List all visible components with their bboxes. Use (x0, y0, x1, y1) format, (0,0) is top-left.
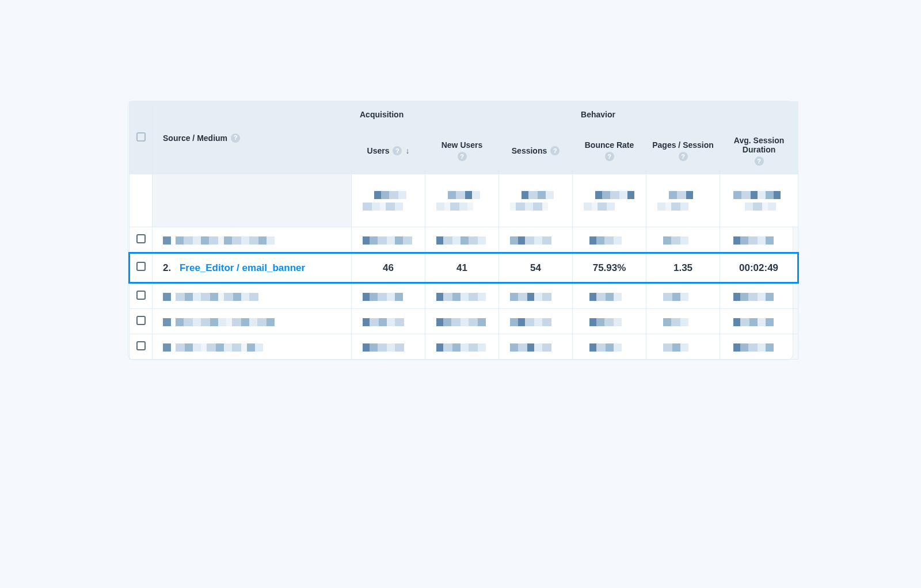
group-acquisition: Acquisition (352, 102, 573, 128)
col-sessions-label: Sessions (512, 146, 547, 155)
col-source-medium[interactable]: Source / Medium ? (153, 102, 352, 174)
redacted-value (573, 309, 646, 334)
help-icon[interactable]: ? (231, 133, 240, 143)
redacted-value (499, 309, 573, 334)
redacted-value (646, 283, 720, 309)
help-icon[interactable]: ? (679, 152, 688, 161)
redacted-value (720, 174, 798, 227)
redacted-value (425, 227, 499, 253)
table-row (130, 227, 798, 253)
redacted-value (352, 309, 425, 334)
row-checkbox[interactable] (136, 341, 146, 350)
row-checkbox[interactable] (136, 316, 146, 325)
col-source-medium-label: Source / Medium (163, 133, 227, 143)
redacted-source (153, 283, 352, 309)
sort-desc-icon: ↓ (405, 146, 409, 155)
row-checkbox[interactable] (136, 234, 146, 243)
redacted-value (425, 309, 499, 334)
redacted-value (425, 174, 499, 227)
table-row-highlighted: 2. Free_Editor / email_banner 46 41 54 7… (130, 253, 798, 283)
help-icon[interactable]: ? (605, 152, 614, 161)
col-avg-session-duration[interactable]: Avg. Session Duration ? (720, 128, 798, 174)
redacted-value (573, 334, 646, 360)
select-all-checkbox[interactable] (136, 132, 146, 142)
redacted-source (153, 334, 352, 360)
header-checkbox-cell (130, 102, 153, 174)
cell-sessions: 54 (499, 253, 573, 283)
redacted-source (153, 227, 352, 253)
redacted-value (352, 283, 425, 309)
table-row (130, 309, 798, 334)
analytics-table: Source / Medium ? Acquisition Behavior U… (128, 101, 793, 360)
col-users[interactable]: Users ? ↓ (352, 128, 425, 174)
table-row (130, 283, 798, 309)
row-checkbox[interactable] (136, 291, 146, 300)
redacted-value (720, 309, 798, 334)
col-bounce-rate[interactable]: Bounce Rate ? (573, 128, 646, 174)
redacted-value (425, 334, 499, 360)
redacted-value (352, 227, 425, 253)
cell-new-users: 41 (425, 253, 499, 283)
redacted-value (646, 309, 720, 334)
help-icon[interactable]: ? (393, 146, 402, 155)
redacted-value (720, 283, 798, 309)
col-pages-session[interactable]: Pages / Session ? (646, 128, 720, 174)
col-users-label: Users (367, 146, 390, 155)
summary-row (130, 174, 798, 227)
col-sessions[interactable]: Sessions ? (499, 128, 573, 174)
col-new-users-label: New Users (442, 140, 483, 150)
redacted-value (720, 227, 798, 253)
cell-users: 46 (352, 253, 425, 283)
redacted-value (352, 174, 425, 227)
redacted-value (573, 227, 646, 253)
source-medium-link[interactable]: Free_Editor / email_banner (180, 262, 305, 273)
cell-pages-session: 1.35 (646, 253, 720, 283)
redacted-value (720, 334, 798, 360)
redacted-value (499, 283, 573, 309)
redacted-value (499, 227, 573, 253)
col-new-users[interactable]: New Users ? (425, 128, 499, 174)
col-bounce-rate-label: Bounce Rate (585, 140, 634, 150)
row-checkbox[interactable] (136, 262, 146, 271)
redacted-value (573, 174, 646, 227)
table-row (130, 334, 798, 360)
col-pages-session-label: Pages / Session (652, 140, 714, 150)
redacted-value (646, 174, 720, 227)
redacted-value (499, 174, 573, 227)
row-index: 2. (163, 262, 171, 273)
redacted-value (425, 283, 499, 309)
col-avg-session-duration-label: Avg. Session Duration (726, 136, 792, 154)
redacted-value (646, 334, 720, 360)
redacted-value (352, 334, 425, 360)
redacted-source (153, 309, 352, 334)
help-icon[interactable]: ? (550, 146, 560, 155)
help-icon[interactable]: ? (458, 152, 467, 161)
redacted-value (573, 283, 646, 309)
cell-avg-session-duration: 00:02:49 (720, 253, 798, 283)
help-icon[interactable]: ? (755, 156, 764, 166)
redacted-value (499, 334, 573, 360)
redacted-value (646, 227, 720, 253)
cell-bounce-rate: 75.93% (573, 253, 646, 283)
group-behavior: Behavior (573, 102, 798, 128)
